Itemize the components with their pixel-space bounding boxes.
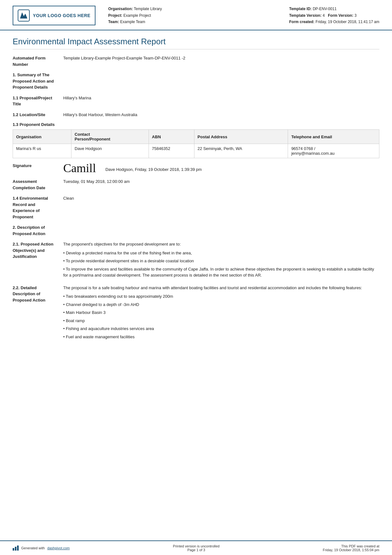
form-created-row: Form created: Friday, 19 October 2018, 1… [289,19,379,25]
section1-1-value: Hillary's Marina [63,95,379,107]
section1-2-value: Hillary's Boat Harbour, Western Australi… [63,112,379,118]
list-item: To improve the services and facilities a… [63,266,379,278]
list-item: Channel dredged to a depth of -3m AHD [63,302,379,308]
section1-4-row: 1.4 Environmental Record and Experience … [13,195,379,220]
section2-2-bullets: Two breakwaters extending out to sea app… [63,293,379,340]
section1-row: 1. Summary of The Proposed Action and Pr… [13,72,379,90]
header-right: Template ID: DP-ENV-0011 Template Versio… [289,6,379,25]
signature-image: Camill [63,162,96,174]
project-value: Example Project [123,13,151,18]
assessment-date-value: Tuesday, 01 May 2018, 12:00:00 am [63,178,379,191]
form-created-label: Form created: [289,20,315,24]
footer-page: Page 1 of 3 [173,548,219,552]
logo-text: YOUR LOGO GOES HERE [33,13,90,18]
list-item: Boat ramp [63,318,379,324]
section1-1-label: 1.1 Proposal/Project Title [13,95,63,107]
list-item: Fuel and waste management facilities [63,334,379,340]
main-content: Environmental Impact Assessment Report A… [0,30,392,540]
signature-text: Dave Hodgson, Friday, 19 October 2018, 1… [105,163,202,173]
form-version-label: Form Version: [328,13,353,18]
section1-4-label: 1.4 Environmental Record and Experience … [13,195,63,220]
section2-1-content: The proponent's objectives for the propo… [63,241,379,280]
section1-value [63,72,379,90]
svg-rect-0 [18,10,29,21]
footer-right: This PDF was created at Friday, 19 Octob… [323,544,379,552]
project-label: Project: [108,13,122,18]
col-postal: Postal Address [194,130,288,144]
section2-1-intro: The proponent's objectives for the propo… [63,241,379,247]
col-organisation: Organisation [13,130,71,144]
col-contact: ContactPerson/Proponent [71,130,149,144]
signature-row: Signature Camill Dave Hodgson, Friday, 1… [13,163,379,174]
org-value: Template Library [134,7,162,11]
team-label: Team: [108,20,119,24]
automated-form-number-label: Automated Form Number [13,55,63,67]
section2-2-label: 2.2. Detailed Description of Proposed Ac… [13,285,63,342]
team-value: Example Team [120,20,145,24]
section2-1-row: 2.1. Proposed Action Objective(s) and Ju… [13,241,379,280]
list-item: Main Harbour Basin 3 [63,309,379,316]
template-id-row: Template ID: DP-ENV-0011 [289,6,379,12]
template-version-value: 4 [323,13,325,18]
dashpivot-link[interactable]: dashpivot.com [47,546,70,550]
section1-2-label: 1.2 Location/Site [13,112,63,118]
section1-1-row: 1.1 Proposal/Project Title Hillary's Mar… [13,95,379,107]
list-item: Develop a protected marina for the use o… [63,250,379,256]
report-title: Environmental Impact Assessment Report [13,37,379,49]
footer-uncontrolled: Printed version is uncontrolled [173,544,219,548]
template-version-label: Template Version: [289,13,322,18]
table-cell: 75846352 [149,144,194,158]
footer-generated-text: Generated with [21,546,45,550]
section2-row: 2. Description of Proposed Action [13,224,379,237]
template-id-label: Template ID: [289,7,312,11]
logo-icon [18,9,30,22]
list-item: Fishing and aquaculture industries servi… [63,326,379,332]
col-abn: ABN [149,130,194,144]
table-cell: Dave Hodgson [71,144,149,158]
section2-label: 2. Description of Proposed Action [13,224,63,237]
logo-box: YOUR LOGO GOES HERE [13,6,95,25]
header-org: Organisation: Template Library [108,6,277,12]
proponent-table: Organisation ContactPerson/Proponent ABN… [13,129,379,158]
form-version-value: 3 [354,13,357,18]
signature-value: Camill Dave Hodgson, Friday, 19 October … [63,163,202,174]
section2-2-row: 2.2. Detailed Description of Proposed Ac… [13,285,379,342]
list-item: Two breakwaters extending out to sea app… [63,293,379,300]
org-label: Organisation: [108,7,133,11]
table-cell: Marina's R us [13,144,71,158]
automated-form-number-row: Automated Form Number Template Library-E… [13,55,379,67]
assessment-date-label: Assessment Completion Date [13,178,63,191]
section1-label: 1. Summary of The Proposed Action and Pr… [13,72,63,90]
footer-left: Generated with dashpivot.com [13,546,70,551]
page: YOUR LOGO GOES HERE Organisation: Templa… [0,0,392,555]
template-id-value: DP-ENV-0011 [313,7,336,11]
template-version-row: Template Version: 4 Form Version: 3 [289,12,379,19]
footer-pdf-created-text: This PDF was created at [323,544,379,548]
header-meta: Organisation: Template Library Project: … [108,6,277,25]
form-created-value: Friday, 19 October 2018, 11:41:17 am [315,20,379,24]
header: YOUR LOGO GOES HERE Organisation: Templa… [0,0,392,30]
section1-2-row: 1.2 Location/Site Hillary's Boat Harbour… [13,112,379,118]
header-project: Project: Example Project [108,12,277,19]
col-telephone: Telephone and Email [288,130,379,144]
list-item: To provide residential development sites… [63,258,379,264]
footer: Generated with dashpivot.com Printed ver… [0,540,392,555]
section2-2-intro: The proposal is for a safe boating harbo… [63,285,379,291]
footer-pdf-created-date: Friday, 19 October 2018, 1:55:04 pm [323,548,379,552]
footer-center: Printed version is uncontrolled Page 1 o… [173,544,219,552]
section2-1-bullets: Develop a protected marina for the use o… [63,250,379,278]
logo-area: YOUR LOGO GOES HERE [13,6,95,25]
table-row: Marina's R usDave Hodgson7584635222 Semi… [13,144,379,158]
table-cell: 22 Seminyak, Perth, WA [194,144,288,158]
signature-label: Signature [13,163,63,174]
table-cell: 96574 0768 / jenny@marinas.com.au [288,144,379,158]
dashpivot-icon [13,546,19,551]
section2-value [63,224,379,237]
section2-2-content: The proposal is for a safe boating harbo… [63,285,379,342]
section2-1-label: 2.1. Proposed Action Objective(s) and Ju… [13,241,63,280]
header-team: Team: Example Team [108,19,277,25]
automated-form-number-value: Template Library-Example Project-Example… [63,55,379,67]
section1-3-heading: 1.3 Proponent Details [13,122,379,127]
table-header-row: Organisation ContactPerson/Proponent ABN… [13,130,379,144]
assessment-date-row: Assessment Completion Date Tuesday, 01 M… [13,178,379,191]
